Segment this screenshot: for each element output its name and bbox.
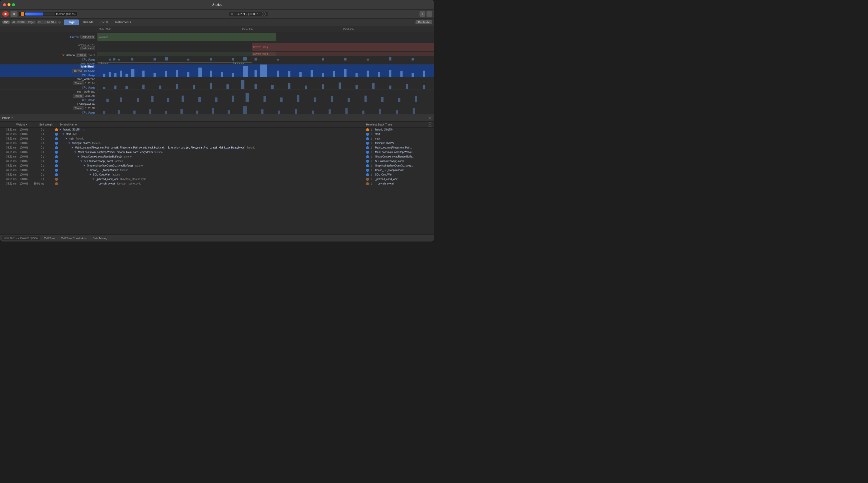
expand-icon-1[interactable]: ▼ — [62, 133, 64, 135]
symbol-col-4: ▼ MainLoop::run(Filesystem::Path const&,… — [55, 146, 364, 149]
filter-instrument-chip[interactable]: INSTRUMENT ▾ — [37, 21, 57, 24]
ct-row-11[interactable]: 39.91 ms 100.0% 0 s ▼ _pthread_cond_wait… — [0, 177, 364, 181]
svg-rect-4 — [131, 58, 133, 61]
symbol-name-9: Cocoa_GL_SwapWindow — [90, 169, 118, 172]
filter-any[interactable]: ANY — [2, 21, 10, 24]
weight-pct-8: 100.0% — [18, 164, 30, 167]
cvdisplay-track[interactable]: CVDisplayLink Thread 0x6517f9 CPU Usage — [0, 102, 434, 115]
wqthread1-track[interactable]: start_wqthread Thread 0x6517df CPU Usage — [0, 77, 434, 90]
weight-column-header[interactable]: Weight ▼ — [0, 123, 30, 126]
self-val-8: 0 s — [30, 164, 45, 167]
close-button[interactable] — [3, 3, 6, 6]
profile-info-button[interactable]: ≡ — [428, 116, 432, 120]
mainthrd-track[interactable]: MainThrd Thread 0x6517bb CPU Usage — [0, 64, 434, 77]
cpu-usage-label-1: CPU Usage — [82, 58, 95, 61]
heaviest-item-7[interactable]: 1 SDLWindow::swap() const — [364, 159, 434, 163]
expand-icon-11[interactable]: ▼ — [92, 178, 94, 181]
expand-icon-6[interactable]: ▼ — [77, 155, 80, 158]
heaviest-item-10[interactable]: 1 SDL_CondWait — [364, 173, 434, 177]
heaviest-item-9[interactable]: 1 Cocoa_GL_SwapWindow — [364, 168, 434, 173]
heaviest-count-11: 1 — [371, 178, 374, 181]
row-icon-2 — [55, 137, 58, 140]
record-button[interactable] — [2, 11, 9, 17]
mainthrd-label: MainThrd Thread 0x6517bb CPU Usage — [0, 64, 97, 77]
lib-name-10: factorio — [111, 173, 120, 176]
ct-row-4[interactable]: 39.91 ms 100.0% 0 s ▼ MainLoop::run(File… — [0, 146, 364, 150]
duplicate-button[interactable]: Duplicate — [415, 20, 432, 24]
heaviest-icon-5 — [366, 151, 369, 154]
ct-row-7[interactable]: 39.91 ms 100.0% 0 s ▼ SDLWindow::swap() … — [0, 159, 364, 163]
heaviest-item-1[interactable]: 1 start — [364, 132, 434, 137]
wqthread2-track[interactable]: start_wqthread Thread 0x6517f7 CPU Usage — [0, 90, 434, 102]
bottom-tab-call-tree[interactable]: Call Tree — [42, 236, 57, 240]
heaviest-item-2[interactable]: 1 main — [364, 137, 434, 141]
expand-icon-4[interactable]: ▼ — [71, 146, 73, 149]
refresh-icon-0[interactable]: ↻ — [83, 128, 85, 131]
svg-rect-44 — [367, 71, 369, 77]
symbol-col-1: ▼ start dyld — [55, 133, 364, 136]
expand-icon-8[interactable]: ▼ — [83, 164, 86, 167]
pause-button[interactable]: ⏸ — [10, 11, 18, 17]
ct-row-10[interactable]: 39.91 ms 100.0% 0 s ▼ SDL_CondWait facto… — [0, 173, 364, 177]
svg-rect-45 — [378, 72, 380, 77]
ct-row-1[interactable]: 39.91 ms 100.0% 0 s ▼ start dyld — [0, 132, 364, 137]
ct-row-3[interactable]: 39.91 ms 100.0% 0 s ▼ fmain(int, char**)… — [0, 141, 364, 146]
gear-icon: ⚙ — [62, 53, 65, 57]
filter-dropdown-icon[interactable]: ⌄▾ — [16, 237, 19, 240]
expand-icon-5[interactable]: ▼ — [74, 151, 76, 153]
heaviest-item-12[interactable]: 1 __psynch_cvwait — [364, 181, 434, 186]
svg-rect-101 — [261, 109, 264, 114]
heaviest-item-6[interactable]: 1 GlobalContext::swapRenderBuffe... — [364, 154, 434, 159]
heaviest-item-11[interactable]: 1 _pthread_cond_wait — [364, 177, 434, 181]
maximize-button[interactable] — [12, 3, 15, 6]
ct-row-0[interactable]: 39.91 ms 100.0% 0 s ▼ factorio (40175) ↻ — [0, 127, 364, 132]
heaviest-sort-button[interactable]: ≡ — [428, 122, 432, 126]
svg-rect-64 — [322, 84, 324, 89]
heaviest-item-0[interactable]: 1 factorio (40175) — [364, 127, 434, 132]
ct-row-6[interactable]: 39.91 ms 100.0% 0 s ▼ GlobalContext::swa… — [0, 154, 364, 159]
ct-row-2[interactable]: 39.91 ms 100.0% 0 s ▼ main factorio — [0, 137, 364, 141]
filter-attribute-chip[interactable]: ATTRIBUTE ▾ target — [11, 21, 36, 24]
process-selector[interactable]: factorio (40175) — [19, 11, 77, 17]
expand-icon-9[interactable]: ▼ — [86, 169, 88, 172]
progress-fill — [25, 12, 43, 16]
bottom-tab-constraints[interactable]: Call Tree Constraints — [59, 236, 89, 240]
tab-instruments[interactable]: Instruments — [112, 20, 134, 25]
svg-rect-105 — [329, 109, 331, 114]
weight-val-10: 39.91 ms — [0, 173, 18, 176]
info-button[interactable]: i — [261, 12, 266, 16]
traffic-lights — [3, 3, 15, 6]
wqthread2-label: start_wqthread Thread 0x6517f7 CPU Usage — [0, 90, 97, 102]
ct-row-12[interactable]: 39.91 ms 100.0% 39.91 ms __psynch_cvwait… — [0, 181, 364, 186]
profile-chevron[interactable]: ▾ — [11, 117, 13, 119]
tab-target[interactable]: Target — [64, 20, 79, 25]
svg-rect-33 — [243, 66, 248, 77]
self-weight-column-header[interactable]: Self Weight — [31, 123, 56, 126]
heaviest-icon-12 — [366, 182, 369, 185]
tab-cpus[interactable]: CPUs — [97, 20, 112, 25]
expand-icon-3[interactable]: ▼ — [68, 142, 70, 145]
svg-rect-91 — [103, 111, 105, 114]
add-instrument-button[interactable]: + — [420, 11, 425, 17]
expand-icon-0[interactable]: ▼ — [59, 128, 61, 131]
expand-icon-7[interactable]: ▼ — [80, 160, 83, 162]
symbol-name-11: _pthread_cond_wait — [96, 178, 118, 181]
bottom-tab-data-mining[interactable]: Data Mining — [90, 236, 109, 240]
ct-row-5[interactable]: 39.91 ms 100.0% 0 s ▼ MainLoop::mainLoop… — [0, 150, 364, 154]
expand-icon-2[interactable]: ▼ — [65, 137, 67, 140]
filter-add-button[interactable] — [58, 21, 61, 24]
ct-row-8[interactable]: 39.91 ms 100.0% 0 s ▼ GraphicsInterfaceO… — [0, 163, 364, 168]
minimize-button[interactable] — [7, 3, 10, 6]
remove-instrument-button[interactable]: − — [427, 11, 432, 17]
heaviest-item-8[interactable]: 1 GraphicsInterfaceOpenGL::swap... — [364, 163, 434, 168]
expand-icon-10[interactable]: ▼ — [89, 173, 91, 176]
svg-rect-65 — [339, 83, 341, 89]
ct-row-9[interactable]: 39.91 ms 100.0% 0 s ▼ Cocoa_GL_SwapWindo… — [0, 168, 364, 173]
heaviest-item-3[interactable]: 1 fmain(int, char**) — [364, 141, 434, 146]
symbol-column-header[interactable]: Symbol Name — [58, 123, 364, 126]
profile-title: Profile — [2, 116, 10, 120]
heaviest-item-4[interactable]: 1 MainLoop::run(Filesystem::Path... — [364, 146, 434, 150]
current-track: Current Instrument Nominal — [0, 32, 434, 42]
heaviest-item-5[interactable]: 1 MainLoop::mainLoopStep(Worker... — [364, 150, 434, 154]
tab-threads[interactable]: Threads — [79, 20, 97, 25]
